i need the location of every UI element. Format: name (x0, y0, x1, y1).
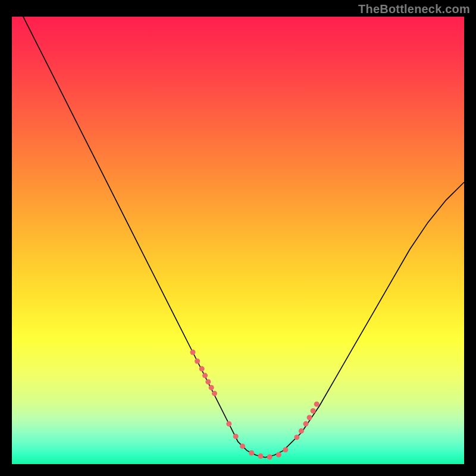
marker-dot (303, 421, 309, 427)
curve-svg (12, 17, 464, 464)
marker-dot (212, 391, 217, 396)
marker-dot (258, 453, 264, 459)
marker-dot (233, 434, 239, 439)
watermark-text: TheBottleneck.com (358, 2, 470, 16)
marker-dot (294, 434, 299, 440)
marker-dot (311, 408, 316, 414)
marker-dot (202, 373, 208, 378)
marker-dot (205, 379, 211, 384)
marker-dot (195, 359, 200, 364)
plot-area (12, 17, 464, 464)
marker-dot (283, 447, 288, 452)
marker-dot (240, 443, 245, 449)
marker-dot (314, 402, 320, 407)
marker-dot (267, 454, 273, 459)
marker-dot (226, 421, 231, 427)
marker-dot (307, 415, 312, 420)
marker-dot (209, 385, 214, 390)
marker-dot (190, 350, 196, 355)
marker-dot (276, 452, 281, 458)
marker-dot (299, 428, 304, 434)
chart-stage: TheBottleneck.com (0, 0, 476, 476)
marker-dot (199, 366, 205, 371)
highlight-markers (190, 350, 320, 460)
bottleneck-curve (12, 17, 464, 458)
marker-dot (249, 450, 254, 456)
